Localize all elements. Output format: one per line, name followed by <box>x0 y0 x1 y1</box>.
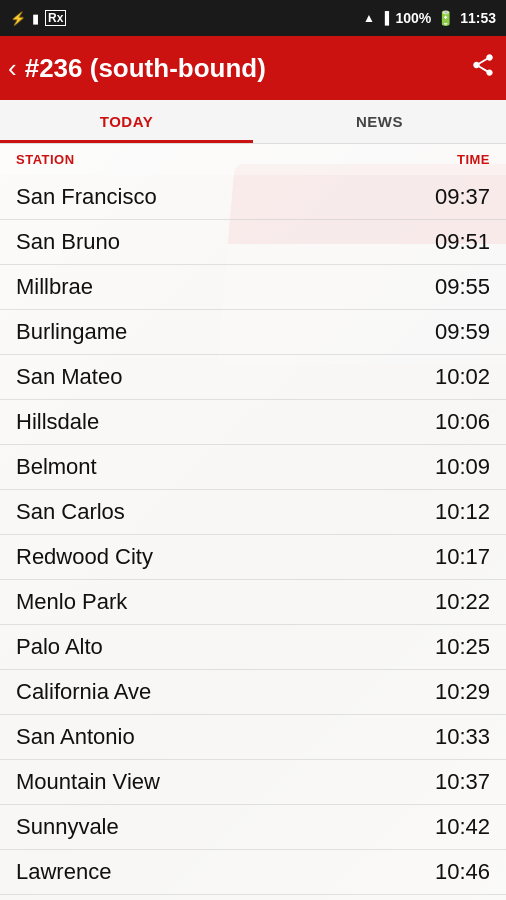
station-time: 10:22 <box>435 589 490 615</box>
station-time: 10:46 <box>435 859 490 885</box>
table-row[interactable]: Mountain View10:37 <box>0 760 506 805</box>
station-name: San Francisco <box>16 184 157 210</box>
station-name: Redwood City <box>16 544 153 570</box>
list-header: STATION TIME <box>0 144 506 175</box>
table-row[interactable]: Belmont10:09 <box>0 445 506 490</box>
battery-small-icon: ▮ <box>32 11 39 26</box>
status-bar-left-icons: ⚡ ▮ Rx <box>10 10 66 26</box>
station-name: Lawrence <box>16 859 111 885</box>
rx-icon: Rx <box>45 10 66 26</box>
station-time: 10:17 <box>435 544 490 570</box>
time-display: 11:53 <box>460 10 496 26</box>
status-bar-right-icons: ▲ ▐ 100% 🔋 11:53 <box>363 10 496 26</box>
battery-icon: 🔋 <box>437 10 454 26</box>
battery-percent: 100% <box>395 10 431 26</box>
table-row[interactable]: Hillsdale10:06 <box>0 400 506 445</box>
table-row[interactable]: San Antonio10:33 <box>0 715 506 760</box>
station-time: 10:12 <box>435 499 490 525</box>
header-left: ‹ #236 (south-bound) <box>4 49 266 88</box>
table-row[interactable]: Santa Cla...10:51 <box>0 895 506 900</box>
station-time: 09:37 <box>435 184 490 210</box>
table-row[interactable]: San Bruno09:51 <box>0 220 506 265</box>
table-row[interactable]: San Francisco09:37 <box>0 175 506 220</box>
back-button[interactable]: ‹ <box>4 49 21 88</box>
station-name: San Mateo <box>16 364 122 390</box>
table-row[interactable]: Palo Alto10:25 <box>0 625 506 670</box>
station-rows: San Francisco09:37San Bruno09:51Millbrae… <box>0 175 506 900</box>
station-name: Sunnyvale <box>16 814 119 840</box>
station-time: 10:42 <box>435 814 490 840</box>
station-time: 10:02 <box>435 364 490 390</box>
tab-news[interactable]: NEWS <box>253 100 506 143</box>
station-time: 09:51 <box>435 229 490 255</box>
table-row[interactable]: Redwood City10:17 <box>0 535 506 580</box>
station-name: Millbrae <box>16 274 93 300</box>
station-name: San Antonio <box>16 724 135 750</box>
station-time: 10:06 <box>435 409 490 435</box>
station-name: Hillsdale <box>16 409 99 435</box>
station-time: 10:29 <box>435 679 490 705</box>
share-button[interactable] <box>470 52 496 84</box>
app-header: ‹ #236 (south-bound) <box>0 36 506 100</box>
station-time: 09:55 <box>435 274 490 300</box>
wifi-icon: ▲ <box>363 11 375 25</box>
table-row[interactable]: San Mateo10:02 <box>0 355 506 400</box>
station-name: Menlo Park <box>16 589 127 615</box>
table-row[interactable]: Lawrence10:46 <box>0 850 506 895</box>
table-row[interactable]: Burlingame09:59 <box>0 310 506 355</box>
station-name: California Ave <box>16 679 151 705</box>
station-time: 10:25 <box>435 634 490 660</box>
table-row[interactable]: Millbrae09:55 <box>0 265 506 310</box>
tab-today[interactable]: TODAY <box>0 100 253 143</box>
page-title: #236 (south-bound) <box>25 53 266 84</box>
station-name: Palo Alto <box>16 634 103 660</box>
station-name: San Carlos <box>16 499 125 525</box>
column-header-station: STATION <box>16 152 75 167</box>
status-bar: ⚡ ▮ Rx ▲ ▐ 100% 🔋 11:53 <box>0 0 506 36</box>
content-area: STATION TIME San Francisco09:37San Bruno… <box>0 144 506 900</box>
station-name: Mountain View <box>16 769 160 795</box>
station-time: 09:59 <box>435 319 490 345</box>
station-name: San Bruno <box>16 229 120 255</box>
station-name: Belmont <box>16 454 97 480</box>
station-name: Burlingame <box>16 319 127 345</box>
usb-icon: ⚡ <box>10 11 26 26</box>
table-row[interactable]: California Ave10:29 <box>0 670 506 715</box>
tab-bar: TODAY NEWS <box>0 100 506 144</box>
station-list: STATION TIME San Francisco09:37San Bruno… <box>0 144 506 900</box>
station-time: 10:33 <box>435 724 490 750</box>
signal-icon: ▐ <box>381 11 390 25</box>
table-row[interactable]: Menlo Park10:22 <box>0 580 506 625</box>
column-header-time: TIME <box>457 152 490 167</box>
station-time: 10:09 <box>435 454 490 480</box>
table-row[interactable]: San Carlos10:12 <box>0 490 506 535</box>
station-time: 10:37 <box>435 769 490 795</box>
table-row[interactable]: Sunnyvale10:42 <box>0 805 506 850</box>
